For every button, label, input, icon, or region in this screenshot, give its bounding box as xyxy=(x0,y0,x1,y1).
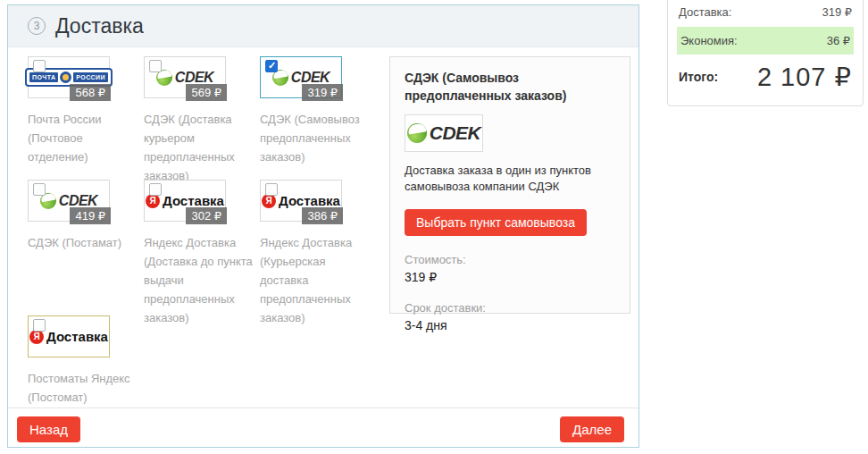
option-caption: Почта России (Почтовое отделение) xyxy=(28,110,142,166)
price-badge: 302 ₽ xyxy=(186,207,227,224)
summary-total-value: 2 107 ₽ xyxy=(757,62,852,92)
option-caption: Яндекс Доставка (Доставка до пункта выда… xyxy=(144,233,258,327)
price-badge: 569 ₽ xyxy=(186,84,227,101)
summary-total-row: Итого: 2 107 ₽ xyxy=(668,55,863,92)
next-button[interactable]: Далее xyxy=(560,416,624,442)
summary-savings-row: Экономия: 36 ₽ xyxy=(677,27,854,55)
checkbox-unchecked-icon[interactable] xyxy=(33,319,46,332)
summary-delivery-label: Доставка: xyxy=(679,5,731,19)
checkbox-unchecked-icon[interactable] xyxy=(33,183,46,196)
delivery-option-pochta[interactable]: ПОЧТА РОССИИ 568 ₽ Почта России (Почтово… xyxy=(28,56,142,166)
delivery-option-yandex-courier[interactable]: Я Доставка 386 ₽ Яндекс Доставка (Курьер… xyxy=(260,180,374,327)
delivery-step-header: 3 Доставка xyxy=(8,5,638,47)
cdek-logo: CDEK xyxy=(407,122,481,144)
price-badge: 319 ₽ xyxy=(302,84,343,101)
delivery-step-panel: 3 Доставка ПОЧТА РОССИИ 568 ₽ Почта Росс… xyxy=(7,4,639,448)
delivery-option-cdek-courier[interactable]: CDEK 569 ₽ СДЭК (Доставка курьером предо… xyxy=(144,56,258,185)
summary-total-label: Итого: xyxy=(679,70,718,84)
yandex-logo-text: Доставка xyxy=(279,193,340,208)
summary-savings-label: Экономия: xyxy=(679,34,739,47)
detail-logo-box: CDEK xyxy=(405,114,483,152)
cdek-logo-text: CDEK xyxy=(175,70,213,86)
checkbox-unchecked-icon[interactable] xyxy=(265,183,278,196)
delivery-time-value: 3-4 дня xyxy=(405,318,615,332)
option-caption: СДЭК (Самовывоз предоплаченных заказов) xyxy=(260,110,374,166)
cdek-logo-text: CDEK xyxy=(430,122,481,144)
delivery-time-label: Срок доставки: xyxy=(405,301,615,315)
option-caption: СДЭК (Постамат) xyxy=(28,233,142,252)
option-caption: Постоматы Яндекс (Постомат) xyxy=(28,369,142,407)
detail-title: СДЭК (Самовывоз предоплаченных заказов) xyxy=(405,69,615,105)
cdek-logo-text: CDEK xyxy=(291,70,330,86)
cdek-logo-text: CDEK xyxy=(59,193,97,209)
choose-pickup-point-button[interactable]: Выбрать пункт самовывоза xyxy=(405,209,587,236)
pochta-emblem-icon xyxy=(60,71,71,83)
delivery-option-tile[interactable]: CDEK 419 ₽ xyxy=(28,180,110,222)
delivery-option-tile[interactable]: CDEK 569 ₽ xyxy=(144,56,226,98)
step-footer: Назад Далее xyxy=(8,408,638,447)
summary-delivery-value: 319 ₽ xyxy=(822,5,852,19)
delivery-option-cdek-postamat[interactable]: CDEK 419 ₽ СДЭК (Постамат) xyxy=(28,180,142,252)
delivery-option-cdek-pickup-selected[interactable]: CDEK 319 ₽ СДЭК (Самовывоз предоплаченны… xyxy=(260,56,374,166)
back-button[interactable]: Назад xyxy=(17,416,80,442)
option-caption: Яндекс Доставка (Курьерская доставка пре… xyxy=(260,233,374,327)
cost-value: 319 ₽ xyxy=(405,270,615,284)
delivery-option-tile[interactable]: Я Доставка xyxy=(28,315,110,357)
delivery-option-tile[interactable]: Я Доставка 302 ₽ xyxy=(144,180,226,222)
delivery-option-tile[interactable]: Я Доставка 386 ₽ xyxy=(260,180,342,222)
page-title: Доставка xyxy=(55,14,144,38)
price-badge: 568 ₽ xyxy=(70,84,111,101)
checkbox-unchecked-icon[interactable] xyxy=(149,183,162,196)
pochta-logo-text: РОССИИ xyxy=(73,72,108,82)
cdek-logo: CDEK xyxy=(156,70,213,86)
pochta-logo-text: ПОЧТА xyxy=(29,72,58,82)
cdek-logo: CDEK xyxy=(40,193,97,209)
step-number-icon: 3 xyxy=(28,17,46,35)
summary-savings-value: 36 ₽ xyxy=(825,34,852,47)
price-badge: 386 ₽ xyxy=(302,207,343,224)
detail-description: Доставка заказа в один из пунктов самовы… xyxy=(405,163,615,197)
cdek-ball-icon xyxy=(407,123,427,143)
yandex-logo-text: Доставка xyxy=(46,329,108,344)
delivery-option-yandex-pvz[interactable]: Я Доставка 302 ₽ Яндекс Доставка (Достав… xyxy=(144,180,258,327)
yandex-logo-text: Доставка xyxy=(163,193,224,208)
order-summary-panel: Доставка: 319 ₽ Экономия: 36 ₽ Итого: 2 … xyxy=(667,0,864,106)
checkbox-unchecked-icon[interactable] xyxy=(33,60,46,72)
checkout-delivery-page: 3 Доставка ПОЧТА РОССИИ 568 ₽ Почта Росс… xyxy=(0,0,868,454)
price-badge: 419 ₽ xyxy=(70,207,111,224)
checkbox-unchecked-icon[interactable] xyxy=(149,60,162,72)
selected-option-detail-panel: СДЭК (Самовывоз предоплаченных заказов) … xyxy=(389,56,630,314)
cost-label: Стоимость: xyxy=(405,253,615,266)
delivery-option-yandex-postamat[interactable]: Я Доставка Постоматы Яндекс (Постомат) xyxy=(28,315,142,407)
option-caption: СДЭК (Доставка курьером предоплаченных з… xyxy=(144,110,258,185)
delivery-option-tile[interactable]: ПОЧТА РОССИИ 568 ₽ xyxy=(28,56,110,98)
cdek-logo: CDEK xyxy=(272,70,330,86)
summary-delivery-row: Доставка: 319 ₽ xyxy=(668,5,863,19)
delivery-option-tile-selected[interactable]: CDEK 319 ₽ xyxy=(260,56,342,98)
checkbox-checked-icon[interactable] xyxy=(265,60,278,72)
